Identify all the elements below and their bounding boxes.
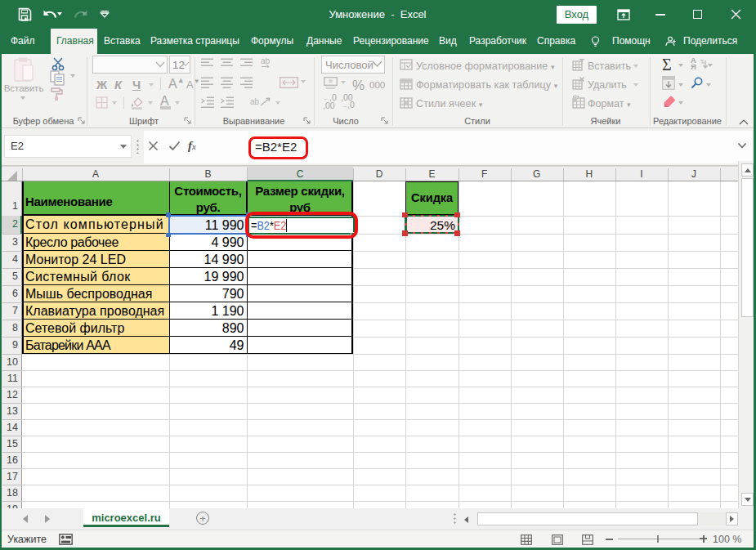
svg-text:ab: ab (250, 97, 260, 106)
svg-text:ab: ab (261, 58, 271, 65)
